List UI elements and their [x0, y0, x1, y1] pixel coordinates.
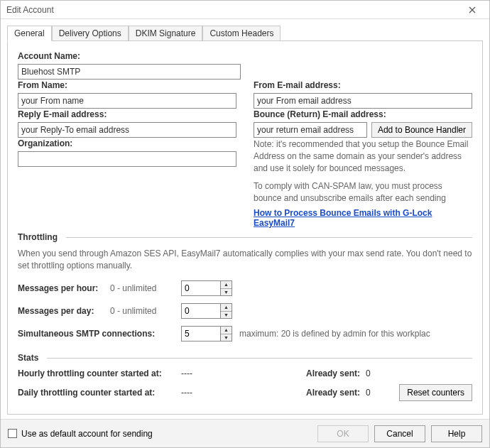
messages-per-hour-spinner[interactable]: ▲ ▼: [181, 280, 232, 296]
tab-label: Delivery Options: [59, 28, 121, 38]
tab-general[interactable]: General: [7, 26, 52, 41]
reply-email-label: Reply E-mail address:: [18, 109, 236, 119]
messages-per-day-spinner[interactable]: ▲ ▼: [181, 303, 232, 319]
spinner-up-icon[interactable]: ▲: [221, 327, 232, 334]
close-button[interactable]: [459, 3, 485, 17]
throttling-desc: When you send through Amazon SES API, Ea…: [18, 248, 472, 272]
messages-per-day-input[interactable]: [182, 304, 220, 318]
spinner-up-icon[interactable]: ▲: [221, 281, 232, 289]
spinner-down-icon[interactable]: ▼: [221, 334, 232, 342]
messages-per-hour-input[interactable]: [182, 281, 220, 295]
daily-sent-label: Already sent:: [288, 388, 366, 398]
reset-counters-button[interactable]: Reset counters: [399, 384, 472, 401]
help-button[interactable]: Help: [431, 425, 482, 442]
organization-input[interactable]: [18, 151, 236, 167]
cancel-button[interactable]: Cancel: [374, 425, 425, 442]
divider: [66, 237, 472, 238]
divider: [47, 358, 472, 359]
tab-custom-headers[interactable]: Custom Headers: [202, 26, 281, 40]
organization-label: Organization:: [18, 138, 236, 148]
tab-label: DKIM Signature: [136, 28, 196, 38]
tab-general-panel: Account Name: From Name: From E-mail add…: [7, 40, 483, 415]
messages-per-day-hint: 0 - unlimited: [110, 306, 181, 316]
default-account-label: Use as default account for sending: [21, 429, 153, 439]
bounce-email-label: Bounce (Return) E-mail address:: [254, 109, 472, 119]
dialog-footer: Use as default account for sending OK Ca…: [1, 419, 489, 447]
window-title: Edit Account: [6, 5, 459, 15]
add-to-bounce-handler-button[interactable]: Add to Bounce Handler: [371, 122, 472, 138]
dialog-body: General Delivery Options DKIM Signature …: [1, 19, 489, 419]
bounce-note-2: To comply with CAN-SPAM law, you must pr…: [254, 180, 472, 204]
hourly-sent-label: Already sent:: [288, 368, 366, 378]
messages-per-hour-label: Messages per hour:: [18, 283, 110, 293]
tab-row: General Delivery Options DKIM Signature …: [7, 25, 483, 40]
messages-per-day-label: Messages per day:: [18, 306, 110, 316]
reply-email-input[interactable]: [18, 122, 236, 138]
close-icon: [469, 6, 476, 13]
spinner-down-icon[interactable]: ▼: [221, 312, 232, 319]
tab-delivery-options[interactable]: Delivery Options: [52, 26, 129, 40]
from-email-input[interactable]: [254, 93, 472, 109]
hourly-sent-value: 0: [366, 368, 394, 378]
daily-sent-value: 0: [366, 388, 394, 398]
tab-label: General: [14, 28, 45, 38]
daily-counter-value: ----: [181, 388, 238, 398]
smtp-connections-spinner[interactable]: ▲ ▼: [181, 326, 232, 342]
spinner-down-icon[interactable]: ▼: [221, 289, 232, 296]
ok-button[interactable]: OK: [317, 425, 369, 442]
account-name-label: Account Name:: [18, 51, 472, 61]
tab-label: Custom Headers: [209, 28, 273, 38]
account-name-input[interactable]: [18, 64, 241, 80]
smtp-connections-label: Simultaneous SMTP connections:: [18, 329, 181, 339]
spinner-up-icon[interactable]: ▲: [221, 304, 232, 312]
smtp-connections-input[interactable]: [182, 327, 220, 341]
bounce-email-input[interactable]: [254, 122, 367, 138]
default-account-checkbox[interactable]: [8, 429, 17, 438]
stats-title: Stats: [18, 353, 43, 363]
titlebar: Edit Account: [1, 1, 489, 19]
daily-counter-label: Daily throttling counter started at:: [18, 388, 181, 398]
from-name-input[interactable]: [18, 93, 236, 109]
tab-dkim-signature[interactable]: DKIM Signature: [129, 26, 203, 40]
from-name-label: From Name:: [18, 80, 236, 90]
throttling-title: Throttling: [18, 232, 62, 242]
hourly-counter-value: ----: [181, 368, 238, 378]
smtp-connections-note: maximum: 20 is defined by admin for this…: [239, 329, 430, 339]
bounce-note-1: Note: it's recommended that you setup th…: [254, 138, 472, 174]
bounce-help-link[interactable]: How to Process Bounce Emails with G-Lock…: [254, 208, 432, 228]
messages-per-hour-hint: 0 - unlimited: [110, 283, 181, 293]
hourly-counter-label: Hourly throttling counter started at:: [18, 368, 181, 378]
from-email-label: From E-mail address:: [254, 80, 472, 90]
